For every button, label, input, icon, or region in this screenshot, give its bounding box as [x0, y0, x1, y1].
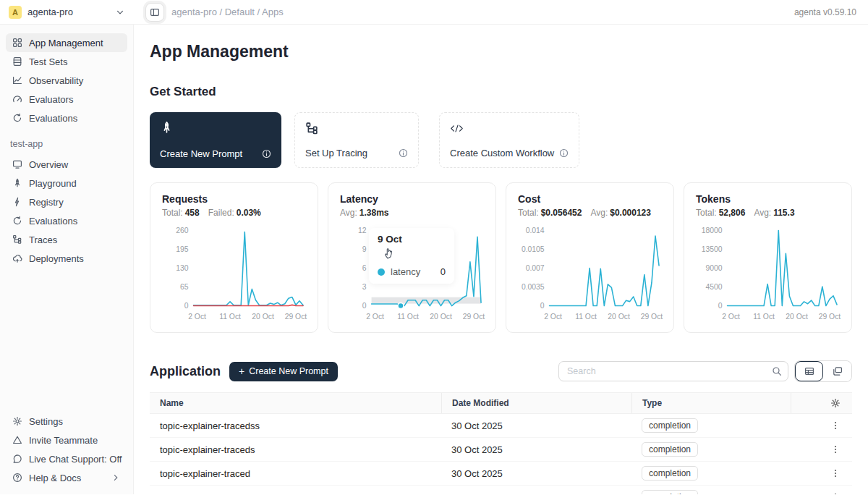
- tooltip-row: latency0: [378, 266, 446, 277]
- cloud-upload-icon: [12, 253, 22, 263]
- table-header: Name Date Modified Type: [150, 392, 852, 414]
- chart-stat: Total:52,806: [696, 208, 745, 218]
- table-icon: [12, 56, 22, 67]
- table-settings-gear-icon[interactable]: [830, 398, 841, 408]
- chevron-right-icon: [111, 473, 121, 483]
- workspace-avatar: A: [9, 6, 22, 19]
- column-header-name[interactable]: Name: [150, 398, 441, 408]
- card-label: Create New Prompt: [160, 148, 242, 159]
- gear-icon: [12, 416, 22, 426]
- app-name: topic-explainer-traced: [150, 468, 441, 479]
- sidebar-collapse-button[interactable]: [145, 3, 164, 22]
- sidebar-item-label: Evaluators: [29, 94, 73, 105]
- table-row[interactable]: career-assessment 27 Oct 2025 completion: [150, 486, 852, 494]
- search-input[interactable]: [558, 361, 788, 381]
- info-icon[interactable]: [399, 148, 408, 158]
- chart-canvas-cost[interactable]: 00.00350.0070.01050.0142 Oct11 Oct20 Oct…: [518, 222, 662, 328]
- sidebar-item-overview[interactable]: Overview: [6, 155, 127, 174]
- card-label: Set Up Tracing: [305, 148, 367, 158]
- svg-text:2 Oct: 2 Oct: [366, 313, 384, 321]
- svg-text:11 Oct: 11 Oct: [397, 313, 419, 321]
- sidebar-item-label: Playground: [29, 178, 77, 189]
- sidebar-item-app-evaluations[interactable]: Evaluations: [6, 211, 127, 230]
- info-icon[interactable]: [262, 149, 271, 158]
- app-date: 30 Oct 2025: [441, 420, 631, 431]
- chart-canvas-requests[interactable]: 0651301952602 Oct11 Oct20 Oct29 Oct: [162, 222, 306, 328]
- svg-text:0.014: 0.014: [526, 227, 545, 234]
- sidebar-item-deployments[interactable]: Deployments: [6, 249, 127, 268]
- table-row[interactable]: topic-explainer-traceds 30 Oct 2025 comp…: [150, 438, 852, 462]
- table-row[interactable]: topic-explainer-traced 30 Oct 2025 compl…: [150, 462, 852, 486]
- chart-stat: Total:$0.056452: [518, 208, 582, 218]
- svg-text:4500: 4500: [706, 283, 723, 291]
- tooltip-series-name: latency: [391, 266, 420, 277]
- svg-text:12: 12: [358, 227, 367, 234]
- page-title: App Management: [150, 42, 852, 62]
- application-header: Application + Create New Prompt: [150, 360, 852, 382]
- svg-text:0: 0: [362, 302, 367, 310]
- sidebar-item-test-sets[interactable]: Test Sets: [6, 52, 127, 71]
- bolt-icon: [12, 197, 22, 207]
- svg-text:65: 65: [180, 283, 189, 291]
- row-menu-kebab-icon[interactable]: [830, 444, 841, 454]
- create-new-prompt-button[interactable]: + Create New Prompt: [229, 362, 338, 381]
- chart-title: Latency: [340, 193, 484, 205]
- svg-text:0: 0: [540, 302, 545, 310]
- svg-text:2 Oct: 2 Oct: [544, 313, 562, 321]
- sidebar-item-label: Help & Docs: [29, 473, 81, 483]
- sidebar-item-live-chat[interactable]: Live Chat Support: Off: [6, 449, 127, 468]
- sidebar-item-observability[interactable]: Observability: [6, 71, 127, 90]
- svg-text:2 Oct: 2 Oct: [188, 313, 206, 321]
- app-name: career-assessment: [150, 492, 441, 495]
- sidebar-item-label: Settings: [29, 416, 63, 427]
- set-up-tracing-card[interactable]: Set Up Tracing: [294, 112, 419, 168]
- chart-title: Tokens: [696, 193, 840, 205]
- sidebar-item-playground[interactable]: Playground: [6, 174, 127, 192]
- sidebar-item-evaluators[interactable]: Evaluators: [6, 90, 127, 109]
- svg-text:0: 0: [184, 302, 189, 310]
- sidebar-item-evaluations[interactable]: Evaluations: [6, 109, 127, 127]
- column-header-date-modified[interactable]: Date Modified: [441, 393, 631, 413]
- chart-canvas-tokens[interactable]: 04500900013500180002 Oct11 Oct20 Oct29 O…: [696, 222, 840, 328]
- table-row[interactable]: topic-explainer-tracedss 30 Oct 2025 com…: [150, 414, 852, 438]
- sidebar-item-traces[interactable]: Traces: [6, 230, 127, 249]
- svg-text:20 Oct: 20 Oct: [252, 313, 274, 321]
- sidebar-item-help-docs[interactable]: Help & Docs: [6, 468, 127, 487]
- breadcrumb: agenta-pro / Default / Apps: [171, 7, 284, 17]
- sidebar-item-label: Overview: [29, 159, 68, 170]
- app-name: topic-explainer-traceds: [150, 444, 441, 455]
- row-menu-kebab-icon[interactable]: [830, 468, 841, 478]
- column-header-type[interactable]: Type: [631, 393, 791, 413]
- chart-stat: Failed:0.03%: [208, 208, 261, 218]
- table-view-button[interactable]: [795, 361, 823, 381]
- sidebar-item-settings[interactable]: Settings: [6, 412, 127, 431]
- card-view-button[interactable]: [823, 361, 851, 381]
- type-badge: completion: [642, 466, 698, 481]
- info-icon[interactable]: [559, 148, 569, 158]
- create-custom-workflow-card[interactable]: Create Custom Workflow: [439, 112, 579, 168]
- create-new-prompt-card[interactable]: Create New Prompt: [150, 112, 281, 168]
- monitor-icon: [12, 159, 22, 169]
- svg-text:11 Oct: 11 Oct: [575, 313, 597, 321]
- chart-stat: Avg:$0.000123: [590, 208, 651, 218]
- chart-card-requests: RequestsTotal:458Failed:0.03%06513019526…: [150, 182, 318, 333]
- svg-text:29 Oct: 29 Oct: [641, 313, 663, 321]
- workspace-selector[interactable]: A agenta-pro: [0, 6, 134, 19]
- sidebar-item-invite-teammate[interactable]: Invite Teammate: [6, 431, 127, 449]
- chart-card-tokens: TokensTotal:52,806Avg:115.30450090001350…: [684, 182, 852, 333]
- chart-card-cost: CostTotal:$0.056452Avg:$0.00012300.00350…: [506, 182, 674, 333]
- row-menu-kebab-icon[interactable]: [830, 492, 841, 494]
- sidebar-item-label: Test Sets: [29, 56, 67, 67]
- button-label: Create New Prompt: [249, 366, 328, 376]
- sidebar-item-app-management[interactable]: App Management: [6, 33, 127, 52]
- svg-text:29 Oct: 29 Oct: [819, 313, 841, 321]
- chart-line-icon: [12, 75, 22, 85]
- sidebar-item-registry[interactable]: Registry: [6, 192, 127, 211]
- svg-text:0.0105: 0.0105: [522, 245, 545, 253]
- sidebar-item-label: Evaluations: [29, 216, 77, 227]
- chat-bubble-icon: [12, 454, 22, 464]
- sidebar-item-label: Invite Teammate: [29, 435, 98, 446]
- code-icon: [450, 122, 569, 135]
- row-menu-kebab-icon[interactable]: [830, 420, 841, 431]
- chart-stat: Avg:1.38ms: [340, 208, 389, 218]
